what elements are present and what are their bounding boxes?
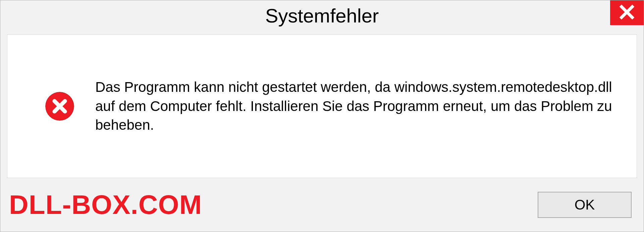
close-icon: [619, 4, 635, 21]
close-button[interactable]: [610, 0, 644, 25]
error-icon: [44, 91, 75, 122]
titlebar: Systemfehler: [0, 0, 644, 31]
footer: DLL-BOX.COM OK: [0, 178, 644, 232]
error-dialog: Systemfehler Das Programm kann nicht ges…: [0, 0, 644, 232]
ok-button[interactable]: OK: [538, 192, 632, 218]
watermark-text: DLL-BOX.COM: [9, 189, 202, 220]
content-area: Das Programm kann nicht gestartet werden…: [7, 35, 637, 178]
dialog-title: Systemfehler: [265, 4, 379, 27]
error-message: Das Programm kann nicht gestartet werden…: [95, 78, 615, 135]
